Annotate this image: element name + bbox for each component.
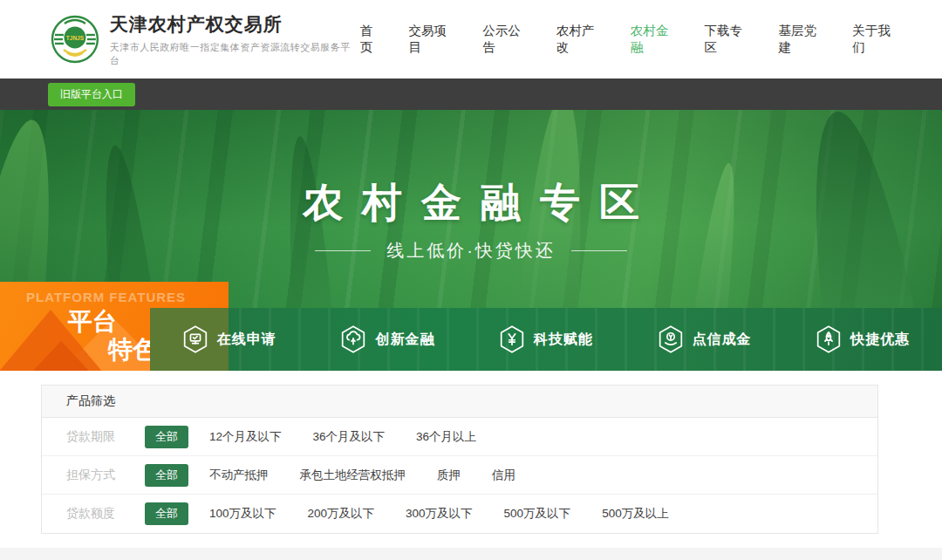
hero-title: 农村金融专区 [0,176,942,230]
filter-options: 不动产抵押 承包土地经营权抵押 质押 信用 [209,468,547,483]
hero-subtitle-row: 线上低价·快贷快还 [0,239,942,263]
nav-home[interactable]: 首页 [360,23,386,56]
secondary-topbar: 旧版平台入口 [0,79,942,110]
site-logo-icon: TJNJS [51,15,99,64]
feature-tech-empowerment[interactable]: 科技赋能 [467,308,625,371]
monitor-apply-icon [182,325,208,353]
divider-line [571,250,627,251]
filter-option[interactable]: 不动产抵押 [209,468,269,483]
filter-row-guarantee-type: 担保方式 全部 不动产抵押 承包土地经营权抵押 质押 信用 [42,456,877,495]
feature-fast-discount[interactable]: 快捷优惠 [783,308,942,371]
brand-text: 天津农村产权交易所 天津市人民政府唯一指定集体资产资源流转交易服务平台 [110,12,360,67]
footer-strip [0,548,942,560]
filter-option[interactable]: 12个月及以下 [209,429,282,445]
filter-option[interactable]: 500万及以下 [504,506,571,522]
nav-trade-projects[interactable]: 交易项目 [408,23,459,56]
filter-panel-title: 产品筛选 [42,386,877,418]
filter-label: 贷款期限 [66,429,129,445]
platform-features-en-label: PLATFORM FEATURES [26,290,186,304]
hero-subtitle: 线上低价·快贷快还 [386,239,556,263]
page: TJNJS 天津农村产权交易所 天津市人民政府唯一指定集体资产资源流转交易服务平… [0,0,942,560]
main-content: 产品筛选 贷款期限 全部 12个月及以下 36个月及以下 36个月以上 担保方式… [0,371,942,534]
site-title: 天津农村产权交易所 [110,12,360,37]
filter-option[interactable]: 36个月以上 [416,429,476,445]
product-filter-panel: 产品筛选 贷款期限 全部 12个月及以下 36个月及以下 36个月以上 担保方式… [41,385,878,534]
mountain-decoration [9,341,113,371]
coin-credit-icon [658,325,684,353]
yen-tech-icon [499,325,525,353]
filter-options: 12个月及以下 36个月及以下 36个月以上 [209,429,508,445]
filter-option[interactable]: 信用 [492,468,515,483]
filter-option[interactable]: 质押 [437,468,461,483]
filter-all-badge[interactable]: 全部 [145,502,188,525]
filter-label: 贷款额度 [66,506,129,522]
nav-rural-reform[interactable]: 农村产改 [556,23,607,56]
feature-label: 点信成金 [693,331,752,349]
nav-public-notices[interactable]: 公示公告 [482,23,533,56]
feature-bar: 在线申请 创新金融 科技赋能 [150,308,942,371]
feature-label: 科技赋能 [534,331,593,349]
filter-label: 担保方式 [66,468,129,483]
feature-label: 在线申请 [217,331,276,349]
cloud-finance-icon [340,325,366,353]
filter-option[interactable]: 500万及以上 [602,506,669,522]
filter-all-badge[interactable]: 全部 [145,426,188,448]
feature-label: 快捷优惠 [850,331,910,349]
filter-row-loan-term: 贷款期限 全部 12个月及以下 36个月及以下 36个月以上 [42,418,877,456]
rocket-discount-icon [816,325,842,353]
feature-online-apply[interactable]: 在线申请 [150,308,309,371]
site-subtitle: 天津市人民政府唯一指定集体资产资源流转交易服务平台 [110,41,360,67]
nav-party-building[interactable]: 基层党建 [778,23,829,56]
nav-downloads[interactable]: 下载专区 [705,23,755,56]
filter-option[interactable]: 200万及以下 [308,506,375,522]
site-header: TJNJS 天津农村产权交易所 天津市人民政府唯一指定集体资产资源流转交易服务平… [0,0,942,79]
brand[interactable]: TJNJS 天津农村产权交易所 天津市人民政府唯一指定集体资产资源流转交易服务平… [51,12,360,67]
feature-innovative-finance[interactable]: 创新金融 [309,308,468,371]
filter-option[interactable]: 100万及以下 [209,506,276,522]
filter-all-badge[interactable]: 全部 [145,464,188,487]
nav-rural-finance[interactable]: 农村金融 [631,23,681,56]
divider-line [315,250,371,251]
feature-label: 创新金融 [375,331,434,349]
filter-option[interactable]: 300万及以下 [406,506,473,522]
feature-credit-to-gold[interactable]: 点信成金 [625,308,784,371]
old-platform-entry-button[interactable]: 旧版平台入口 [48,83,135,106]
filter-row-loan-amount: 贷款额度 全部 100万及以下 200万及以下 300万及以下 500万及以下 … [42,495,877,533]
filter-option[interactable]: 承包土地经营权抵押 [300,468,406,483]
filter-option[interactable]: 36个月及以下 [313,429,386,445]
hero-banner: 农村金融专区 线上低价·快贷快还 PLATFORM FEATURES 平台 特色 [0,110,942,371]
filter-options: 100万及以下 200万及以下 300万及以下 500万及以下 500万及以上 [209,506,700,522]
nav-about-us[interactable]: 关于我们 [852,23,903,56]
svg-text:TJNJS: TJNJS [66,35,85,41]
main-nav: 首页 交易项目 公示公告 农村产改 农村金融 下载专区 基层党建 关于我们 [360,23,903,56]
